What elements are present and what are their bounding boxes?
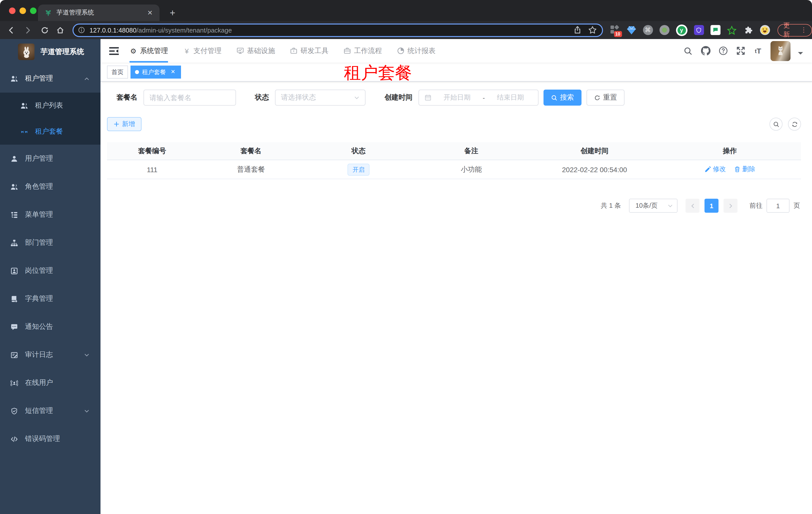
sidebar-item-menu-management[interactable]: 菜单管理: [0, 201, 100, 229]
sidebar-item-tenant-management[interactable]: 租户管理: [0, 64, 100, 92]
window-close-button[interactable]: [9, 7, 16, 14]
column-header[interactable]: 套餐编号: [107, 146, 197, 155]
url-text[interactable]: 127.0.0.1:48080/admin-ui/system/tenant/p…: [89, 26, 567, 34]
sidebar-item-role-management[interactable]: 角色管理: [0, 173, 100, 201]
header-search-icon[interactable]: [683, 46, 693, 56]
peoples-icon: [21, 102, 28, 109]
sidebar-item-user-management[interactable]: 用户管理: [0, 145, 100, 173]
top-menu-label: 统计报表: [407, 46, 435, 55]
window-zoom-button[interactable]: [30, 7, 36, 14]
font-size-icon[interactable]: tT: [753, 46, 763, 56]
browser-update-button[interactable]: 更新 ⋮: [777, 24, 812, 36]
date-range-picker[interactable]: 开始日期 - 结束日期: [418, 89, 539, 106]
refresh-table-button[interactable]: [788, 117, 801, 131]
column-header[interactable]: 备注: [412, 146, 530, 155]
toggle-search-button[interactable]: [770, 117, 783, 131]
column-header[interactable]: 创建时间: [530, 146, 659, 155]
package-name-input-field[interactable]: [149, 93, 230, 102]
delete-link[interactable]: 删除: [734, 165, 755, 174]
goto-page-input[interactable]: [766, 199, 789, 213]
table-row[interactable]: 111 普通套餐 开启 小功能 2022-02-22 00:54:00 修改: [107, 160, 801, 179]
search-icon: [551, 94, 557, 101]
extension-y-icon[interactable]: y: [676, 24, 687, 36]
sidebar-item-audit-log[interactable]: 审计日志: [0, 341, 100, 369]
chevron-right-icon: [728, 203, 733, 209]
extension-emoji-icon[interactable]: [760, 25, 770, 35]
tag-label: 租户套餐: [142, 66, 166, 78]
tag-close-icon[interactable]: ✕: [170, 68, 176, 75]
shield-check-icon: [10, 407, 18, 415]
sidebar-item-post-management[interactable]: 岗位管理: [0, 257, 100, 285]
filter-form: 套餐名 状态 请选择状态 创建时间: [116, 89, 625, 106]
search-button[interactable]: 搜索: [544, 89, 581, 106]
edit-pen-icon: [704, 166, 711, 173]
sidebar-item-tenant-package[interactable]: 租户套餐: [0, 118, 100, 145]
prev-page-button[interactable]: [686, 199, 699, 213]
gear-icon: ⚙: [129, 47, 137, 55]
app-title: 芋道管理系统: [40, 47, 84, 57]
browser-menu-kebab-icon[interactable]: ⋮: [801, 28, 807, 32]
avatar-caret-icon[interactable]: [798, 52, 803, 57]
package-name-input[interactable]: [144, 89, 236, 106]
tab-close-icon[interactable]: ✕: [145, 8, 154, 17]
extensions-puzzle-icon[interactable]: [743, 25, 753, 35]
extension-star-icon[interactable]: [727, 25, 737, 35]
next-page-button[interactable]: [724, 199, 737, 213]
window-minimize-button[interactable]: [20, 7, 26, 14]
help-icon[interactable]: [718, 46, 728, 56]
column-header[interactable]: 操作: [659, 146, 801, 155]
extension-command-icon[interactable]: ⌘: [643, 25, 653, 35]
forward-button[interactable]: [21, 24, 34, 36]
new-tab-button[interactable]: +: [166, 6, 179, 20]
extension-shield-icon[interactable]: [694, 25, 704, 35]
home-button[interactable]: [54, 24, 66, 36]
fullscreen-icon[interactable]: [735, 46, 746, 56]
page-size-select[interactable]: 10条/页: [629, 199, 677, 213]
status-select[interactable]: 请选择状态: [275, 89, 366, 106]
top-menu-infrastructure[interactable]: 基础设施: [236, 39, 275, 62]
tag-label: 首页: [112, 66, 123, 78]
current-page-button[interactable]: 1: [704, 199, 719, 213]
extension-chat-icon[interactable]: [710, 25, 720, 35]
sidebar-item-error-code[interactable]: 错误码管理: [0, 425, 100, 453]
reload-button[interactable]: [38, 24, 51, 36]
column-header[interactable]: 套餐名: [197, 146, 305, 155]
edit-link[interactable]: 修改: [704, 165, 726, 174]
status-select-placeholder: 请选择状态: [281, 93, 316, 102]
site-info-icon[interactable]: [78, 27, 85, 33]
add-button[interactable]: 新增: [107, 117, 142, 131]
reset-button-label: 重置: [603, 93, 617, 102]
sidebar-item-tenant-list[interactable]: 租户列表: [0, 92, 100, 118]
back-button[interactable]: [4, 24, 18, 36]
top-menu-payment[interactable]: ¥ 支付管理: [183, 39, 222, 62]
sidebar-item-sms-management[interactable]: 短信管理: [0, 397, 100, 425]
user-avatar[interactable]: [771, 41, 790, 61]
plant-favicon-icon: [45, 9, 52, 17]
app-logo[interactable]: 芋道管理系统: [0, 39, 100, 64]
sidebar-item-online-users[interactable]: 在线用户: [0, 369, 100, 397]
sidebar-collapse-icon[interactable]: [109, 45, 119, 56]
tag-home[interactable]: 首页: [107, 65, 128, 78]
top-menu-system[interactable]: ⚙ 系统管理: [129, 39, 168, 62]
tab-title: 芋道管理系统: [57, 8, 145, 17]
browser-tab[interactable]: 芋道管理系统 ✕: [38, 4, 160, 21]
extension-grid-badge-icon[interactable]: 10: [610, 25, 620, 35]
reset-button[interactable]: 重置: [586, 89, 625, 106]
github-icon[interactable]: [700, 46, 710, 56]
bookmark-star-icon[interactable]: [588, 26, 597, 34]
window-controls: [9, 7, 36, 14]
filter-name-label: 套餐名: [116, 93, 138, 102]
top-menu-workflow[interactable]: 工作流程: [344, 39, 382, 62]
sidebar-item-notice[interactable]: 通知公告: [0, 313, 100, 341]
top-menu-reports[interactable]: 统计报表: [397, 39, 435, 62]
pagination-total: 共 1 条: [601, 201, 621, 210]
extension-gem-icon[interactable]: [626, 25, 636, 35]
extension-green-dot-icon[interactable]: [659, 25, 669, 35]
column-header[interactable]: 状态: [305, 146, 412, 155]
share-icon[interactable]: [573, 26, 582, 34]
sidebar-item-dept-management[interactable]: 部门管理: [0, 229, 100, 257]
sidebar-item-dict-management[interactable]: 字典管理: [0, 285, 100, 313]
top-menu-dev-tools[interactable]: 研发工具: [290, 39, 328, 62]
address-bar[interactable]: 127.0.0.1:48080/admin-ui/system/tenant/p…: [72, 23, 603, 37]
tag-tenant-package[interactable]: 租户套餐 ✕: [130, 65, 181, 78]
